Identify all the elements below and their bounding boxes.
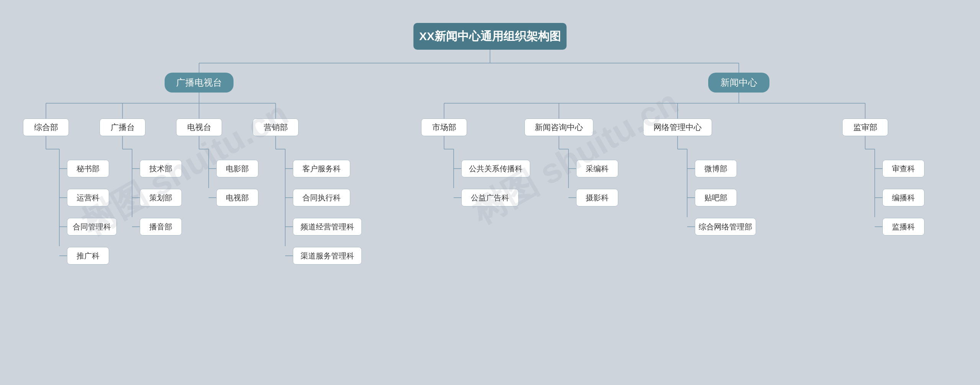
root-node: XX新闻中心通用组织架构图 <box>413 23 567 50</box>
l3-gbt-2: 播音部 <box>140 218 182 236</box>
l3-dst-0: 电影部 <box>216 160 258 177</box>
l3-xwzxzx-0: 采编科 <box>576 160 618 177</box>
l3-scb-1: 公益广告科 <box>461 189 519 206</box>
l2-node-yxb: 营销部 <box>253 119 299 136</box>
l1-node-xwzx: 新闻中心 <box>708 73 769 93</box>
l2-node-wlglzx: 网络管理中心 <box>643 119 712 136</box>
l3-dst-1: 电视部 <box>216 189 258 206</box>
l3-wlglzx-1: 贴吧部 <box>695 189 737 206</box>
l2-node-dst: 电视台 <box>176 119 222 136</box>
l3-xwzxzx-1: 摄影科 <box>576 189 618 206</box>
l3-wlglzx-0: 微博部 <box>695 160 737 177</box>
l2-node-jsb: 监审部 <box>842 119 888 136</box>
l3-zhb-3: 推广科 <box>67 247 109 265</box>
l3-yxb-2: 频道经营管理科 <box>293 218 362 236</box>
l3-jsb-0: 审查科 <box>882 160 924 177</box>
l2-node-zhb: 综合部 <box>23 119 69 136</box>
l3-zhb-1: 运营科 <box>67 189 109 206</box>
l3-scb-0: 公共关系传播科 <box>461 160 530 177</box>
l2-node-gbt: 广播台 <box>100 119 145 136</box>
l3-yxb-0: 客户服务科 <box>293 160 350 177</box>
l3-jsb-2: 监播科 <box>882 218 924 236</box>
l1-node-gbdst: 广播电视台 <box>165 73 234 93</box>
l3-jsb-1: 编播科 <box>882 189 924 206</box>
l3-gbt-1: 策划部 <box>140 189 182 206</box>
l2-node-xwzxzx: 新闻咨询中心 <box>524 119 593 136</box>
l3-yxb-3: 渠道服务管理科 <box>293 247 362 265</box>
l3-wlglzx-2: 综合网络管理部 <box>695 218 756 236</box>
l2-node-scb: 市场部 <box>421 119 467 136</box>
l3-zhb-0: 秘书部 <box>67 160 109 177</box>
l3-zhb-2: 合同管理科 <box>67 218 117 236</box>
l3-yxb-1: 合同执行科 <box>293 189 350 206</box>
l3-gbt-0: 技术部 <box>140 160 182 177</box>
chart-container: XX新闻中心通用组织架构图 广播电视台 新闻中心 综合部 广播台 电视台 营销部… <box>0 0 980 385</box>
